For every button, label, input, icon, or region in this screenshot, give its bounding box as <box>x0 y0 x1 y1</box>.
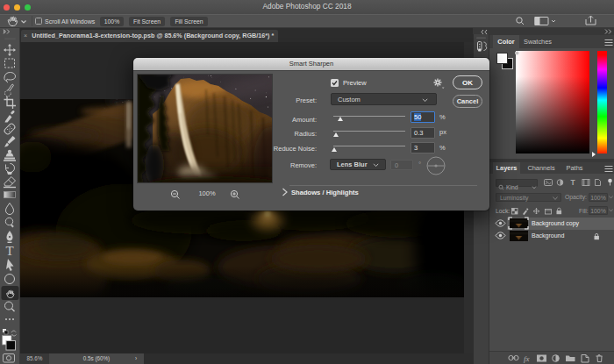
svg-text:T: T <box>5 244 13 258</box>
svg-text:Scroll All Windows: Scroll All Windows <box>45 18 96 25</box>
